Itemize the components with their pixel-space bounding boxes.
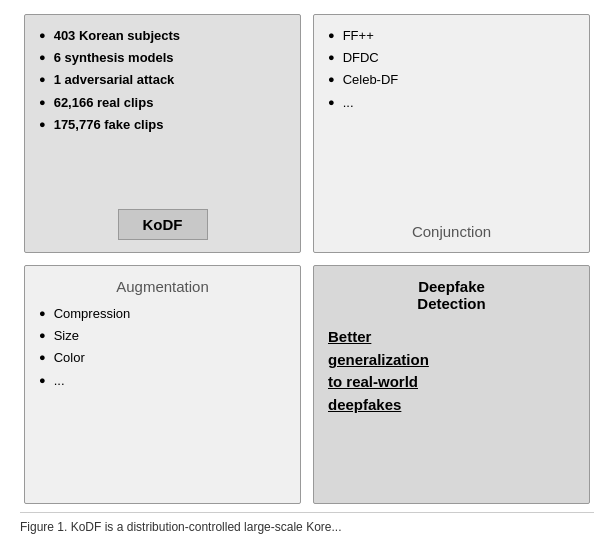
kodf-label: KoDF (118, 209, 208, 240)
kodf-bullet-4: 62,166 real clips (39, 94, 286, 112)
augmentation-cell: Augmentation Compression Size Color ... (24, 265, 301, 504)
kodf-bullet-5: 175,776 fake clips (39, 116, 286, 134)
deepfake-content: Bettergeneralizationto real-worlddeepfak… (328, 326, 575, 416)
conjunction-bullet-1: FF++ (328, 27, 575, 45)
augmentation-bullet-1: Compression (39, 305, 286, 323)
augmentation-bullet-list: Compression Size Color ... (39, 305, 286, 394)
augmentation-title: Augmentation (39, 278, 286, 295)
figure-caption: Figure 1. KoDF is a distribution-control… (20, 512, 594, 536)
deepfake-title: DeepfakeDetection (328, 278, 575, 312)
augmentation-bullet-2: Size (39, 327, 286, 345)
diagram-grid: 403 Korean subjects 6 synthesis models 1… (20, 10, 594, 508)
conjunction-cell: FF++ DFDC Celeb-DF ... Conjunction (313, 14, 590, 253)
conjunction-label: Conjunction (328, 213, 575, 240)
kodf-label-area: KoDF (25, 209, 300, 240)
kodf-bullet-2: 6 synthesis models (39, 49, 286, 67)
conjunction-bullet-list: FF++ DFDC Celeb-DF ... (328, 27, 575, 116)
augmentation-bullet-4: ... (39, 372, 286, 390)
conjunction-bullet-4: ... (328, 94, 575, 112)
conjunction-bullet-2: DFDC (328, 49, 575, 67)
deepfake-cell: DeepfakeDetection Bettergeneralizationto… (313, 265, 590, 504)
kodf-bullet-list: 403 Korean subjects 6 synthesis models 1… (39, 27, 286, 134)
augmentation-bullet-3: Color (39, 349, 286, 367)
conjunction-bullet-3: Celeb-DF (328, 71, 575, 89)
kodf-cell: 403 Korean subjects 6 synthesis models 1… (24, 14, 301, 253)
kodf-bullet-1: 403 Korean subjects (39, 27, 286, 45)
kodf-bullet-3: 1 adversarial attack (39, 71, 286, 89)
